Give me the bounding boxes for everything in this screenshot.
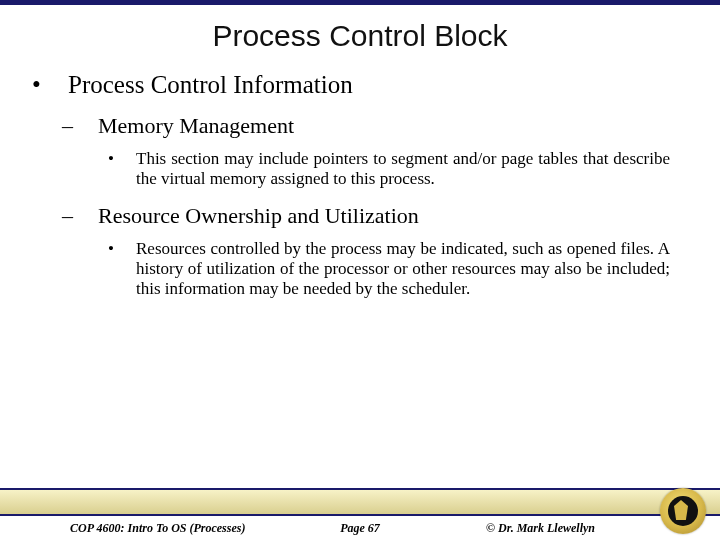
footer-text: COP 4600: Intro To OS (Processes) Page 6… [0,518,720,538]
bullet-dot-icon: • [50,71,68,99]
slide-body: •Process Control Information –Memory Man… [0,71,720,540]
bullet-dot-icon: • [122,239,136,259]
bullet-level2: –Memory Management [80,113,680,139]
bullet-level2: –Resource Ownership and Utilization [80,203,680,229]
level1-text: Process Control Information [68,71,353,98]
dash-icon: – [80,203,98,229]
ucf-logo-icon [660,488,706,534]
footer-course: COP 4600: Intro To OS (Processes) [70,521,245,536]
slide-title: Process Control Block [0,19,720,53]
bullet-level3: •Resources controlled by the process may… [122,239,670,299]
footer: COP 4600: Intro To OS (Processes) Page 6… [0,488,720,540]
footer-band [0,488,720,516]
bullet-level3: •This section may include pointers to se… [122,149,670,189]
dash-icon: – [80,113,98,139]
bullet-level1: •Process Control Information [50,71,680,99]
slide: Process Control Block •Process Control I… [0,5,720,540]
level2-heading: Memory Management [98,113,294,138]
level3-text: This section may include pointers to seg… [136,149,670,188]
footer-copyright: © Dr. Mark Llewellyn [486,521,595,536]
level3-text: Resources controlled by the process may … [136,239,670,298]
level2-heading: Resource Ownership and Utilization [98,203,419,228]
bullet-dot-icon: • [122,149,136,169]
